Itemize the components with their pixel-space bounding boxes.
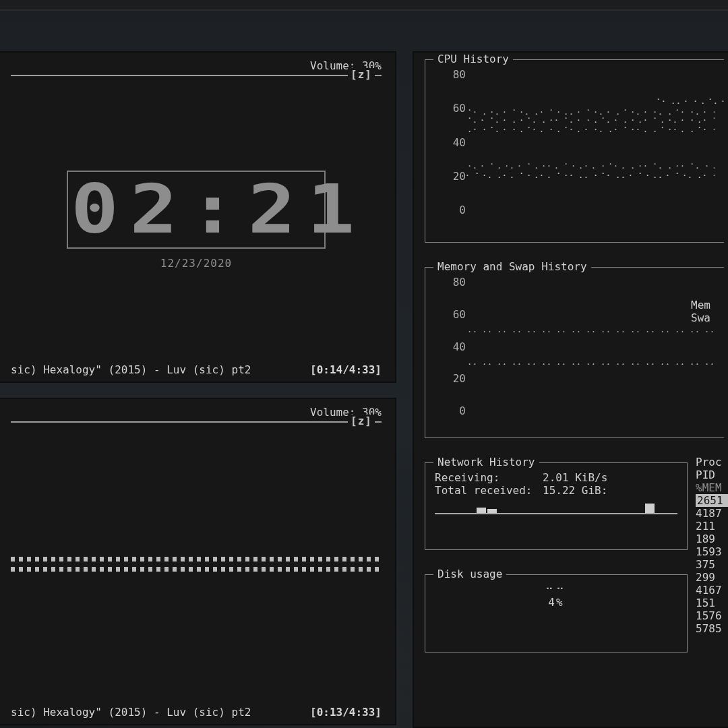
proc-row[interactable]: 1576 xyxy=(696,609,728,622)
proc-row[interactable]: 4187 xyxy=(696,507,728,520)
track-position: [0:14/4:33] xyxy=(310,363,382,376)
process-list[interactable]: Proc PID %MEM 2651 4187 211 189 1593 375… xyxy=(696,456,728,635)
proc-row[interactable]: 151 xyxy=(696,597,728,609)
clock-box: 02:21 xyxy=(67,171,325,249)
vol-hotkey-2: [z] xyxy=(348,415,375,427)
visualizer-bars xyxy=(11,423,382,706)
disk-braille-icon: ⠒⠒ xyxy=(435,583,677,596)
memory-swap-panel: Memory and Swap History 80 60 40 20 0 ⠐⠂… xyxy=(425,267,724,438)
mem-y-axis: 80 60 40 20 0 xyxy=(435,276,466,417)
track-position-2: [0:13/4:33] xyxy=(310,706,382,719)
vol-hotkey: [z] xyxy=(348,68,375,81)
net-total-received-label: Total received: xyxy=(435,484,543,497)
net-receiving-label: Receiving: xyxy=(435,471,543,484)
cpu-history-title: CPU History xyxy=(433,53,513,65)
clock-area: 02:21 12/23/2020 xyxy=(11,76,382,363)
disk-usage-panel: Disk usage ⠒⠒ 4% xyxy=(425,574,688,653)
desktop-top-bar xyxy=(0,0,728,11)
system-monitor-window[interactable]: CPU History 80 60 40 20 0 ⠈⠄⠂⠈⠄⠂⠠⠐⠈⠄⠠⠐⠂⠈… xyxy=(413,51,728,728)
network-history-title: Network History xyxy=(433,456,539,468)
memory-swap-title: Memory and Swap History xyxy=(433,260,591,273)
proc-row[interactable]: 5785 xyxy=(696,622,728,635)
proc-row[interactable]: 189 xyxy=(696,533,728,545)
disk-usage-title: Disk usage xyxy=(433,568,506,580)
net-total-received-value: 15.22 GiB: xyxy=(543,484,607,497)
volume-readout: Volume: 30% xyxy=(11,59,382,72)
volume-rule: [z] xyxy=(11,75,382,76)
proc-col-mem: %MEM xyxy=(696,481,728,494)
network-history-panel: Network History Receiving: 2.01 KiB/s To… xyxy=(425,462,688,550)
cpu-y-axis: 80 60 40 20 0 xyxy=(435,68,466,216)
proc-title: Proc xyxy=(696,456,728,468)
proc-row[interactable]: 299 xyxy=(696,571,728,584)
cpu-history-panel: CPU History 80 60 40 20 0 ⠈⠄⠂⠈⠄⠂⠠⠐⠈⠄⠠⠐⠂⠈… xyxy=(425,59,724,243)
disk-usage-percent: 4% xyxy=(435,596,677,609)
proc-row[interactable]: 1593 xyxy=(696,545,728,558)
proc-row[interactable]: 2651 xyxy=(696,494,728,507)
net-receiving-value: 2.01 KiB/s xyxy=(543,471,607,484)
clock-time: 02:21 xyxy=(71,176,366,243)
clock-date: 12/23/2020 xyxy=(160,257,232,270)
music-clock-window[interactable]: Volume: 30% [z] 02:21 12/23/2020 sic) He… xyxy=(0,51,396,383)
proc-col-pid: PID xyxy=(696,468,728,481)
mem-plot: ⠐⠂⠐⠂⠐⠂⠐⠂⠐⠂⠐⠂⠐⠂⠐⠂⠐⠂⠐⠂⠐⠂⠐⠂⠐⠂⠐⠂⠐⠂⠐⠂⠐⠂⠐⠂⠐⠂⠐⠂… xyxy=(466,276,715,417)
music-visualizer-window[interactable]: Volume: 30% [z] sic) Hexalogy" (2015) - … xyxy=(0,398,396,725)
now-playing-text: sic) Hexalogy" (2015) - Luv (sic) pt2 xyxy=(11,363,251,376)
mem-legend: Mem Swa xyxy=(691,299,710,324)
proc-row[interactable]: 211 xyxy=(696,520,728,533)
volume-rule-2: [z] xyxy=(11,421,382,423)
proc-row[interactable]: 375 xyxy=(696,558,728,571)
now-playing-text-2: sic) Hexalogy" (2015) - Luv (sic) pt2 xyxy=(11,706,251,719)
proc-row[interactable]: 4167 xyxy=(696,584,728,597)
net-bars xyxy=(435,501,677,514)
volume-readout-2: Volume: 30% xyxy=(11,406,382,419)
cpu-plot: ⠈⠄⠂⠈⠄⠂⠠⠐⠈⠄⠠⠐⠂⠈⠄⠂⠐⠠⠈⠄⠂⠠⠐⠠⠂⠈⠠⠐⠄⠂⠐⠠⠂⠈⠄⠂⠠⠐⠂⠄… xyxy=(466,68,715,216)
